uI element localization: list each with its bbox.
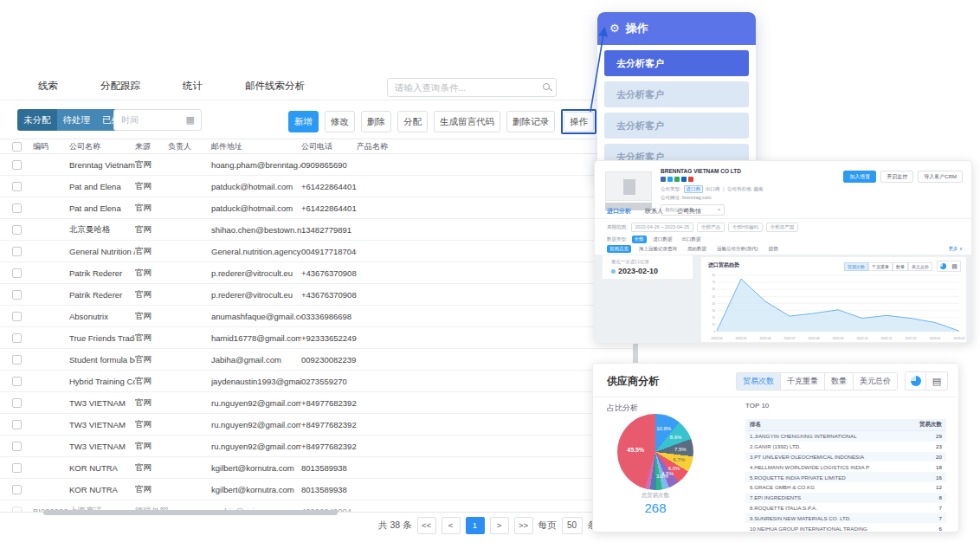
supplier-metric-chip[interactable]: 美元总价 — [854, 373, 897, 390]
top10-row[interactable]: 8.ROQUETTE ITALIA S.P.A. 7 — [745, 503, 946, 513]
filter-select[interactable]: 全部原产国 — [766, 223, 799, 232]
data-type-option[interactable]: 全部 — [632, 236, 647, 243]
table-row[interactable]: TW3 VIETNAM 官网 ru.nguyen92@gmail.com +84… — [0, 436, 638, 457]
top10-row[interactable]: 9.SUNRESIN NEW MATERIALS CO. LTD. 7 — [745, 513, 946, 523]
supplier-metric-chip[interactable]: 贸易次数 — [737, 373, 781, 390]
toolbar-button[interactable]: 修改 — [325, 111, 355, 132]
row-checkbox[interactable] — [12, 182, 22, 191]
pie-view-icon[interactable] — [906, 372, 926, 390]
social-icon[interactable] — [661, 177, 666, 182]
action-menu-item-analyze-customer[interactable]: 去分析客户 — [604, 50, 749, 76]
row-checkbox[interactable] — [12, 225, 22, 235]
top10-row[interactable]: 6.GRACE GMBH & CO.KG 12 — [745, 482, 946, 493]
table-row[interactable]: Hybrid Training Co 官网 jaydenaustin1993@g… — [0, 371, 638, 392]
action-button[interactable]: 操作 — [564, 112, 594, 132]
row-checkbox[interactable] — [12, 355, 22, 365]
table-row[interactable]: True Friends Traders 官网 hamid16778@gmail… — [0, 327, 638, 349]
toolbar-button[interactable]: 生成留言代码 — [434, 111, 500, 132]
supplier-metric-chip[interactable]: 数量 — [825, 373, 854, 390]
preview-subtab[interactable]: 运输公司分析(货代) — [714, 245, 761, 253]
row-checkbox[interactable] — [12, 420, 22, 429]
row-checkbox[interactable] — [12, 290, 22, 300]
leads-tab[interactable]: 邮件线索分析 — [245, 74, 305, 100]
table-row[interactable]: TW3 VIETNAM 官网 ru.nguyen92@gmail.com +84… — [0, 392, 638, 414]
social-icon[interactable] — [667, 177, 673, 182]
leads-tab[interactable]: 统计 — [183, 74, 203, 100]
status-filter-button[interactable]: 未分配 — [17, 109, 57, 131]
data-type-option[interactable]: 出口数据 — [680, 236, 704, 243]
row-checkbox[interactable] — [12, 247, 22, 256]
row-checkbox[interactable] — [12, 507, 22, 513]
pagination-prev-button[interactable]: < — [442, 517, 461, 534]
preview-card-tab[interactable]: 公司舆情 — [677, 207, 701, 219]
toolbar-button[interactable]: 删除记录 — [506, 111, 555, 132]
table-row[interactable]: TW3 VIETNAM 官网 ru.nguyen92@gmail.com +84… — [0, 414, 638, 436]
row-checkbox[interactable] — [12, 268, 22, 278]
more-link[interactable]: 更多 ∨ — [948, 246, 963, 252]
top10-row[interactable]: 4.HELLMANN WORLDWIDE LOGISTICS INDIA P 1… — [745, 461, 946, 472]
preview-card-tab[interactable]: 联系人 — [645, 207, 663, 219]
social-icon[interactable] — [674, 177, 680, 182]
table-row[interactable]: Pat and Elena 官网 patduck@hotmail.com +61… — [0, 176, 638, 197]
table-row[interactable]: General Nutrition Agency ... 官网 General.… — [0, 241, 638, 262]
table-row[interactable]: KOR NUTRA 官网 kgilbert@kornutra.com 80135… — [0, 457, 638, 479]
toolbar-button[interactable]: 新增 — [288, 111, 319, 132]
row-checkbox[interactable] — [12, 463, 22, 473]
table-row[interactable]: Brenntag Vietnam Co. LTD 官网 hoang.pham@b… — [0, 154, 638, 176]
top10-row[interactable]: 5.ROQUETTE INDIA PRIVATE LIMITED 16 — [745, 472, 946, 482]
filter-select[interactable]: 全部HS编码 — [728, 223, 763, 232]
preview-subtab[interactable]: 贸易总览 — [607, 245, 631, 253]
supplier-metric-chip[interactable]: 千克重量 — [781, 373, 825, 390]
preview-subtab[interactable]: 趋势 — [766, 245, 781, 253]
top10-row[interactable]: 3.PT UNILEVER OLEOCHEMICAL INDONESIA 20 — [745, 452, 946, 462]
row-checkbox[interactable] — [12, 442, 22, 451]
leads-tab[interactable]: 线索 — [38, 74, 58, 100]
toolbar-button[interactable]: 删除 — [361, 111, 391, 132]
toolbar-button[interactable]: 分配 — [397, 111, 428, 132]
table-row[interactable]: Student formula botanica 官网 Jabiha@gmail… — [0, 349, 638, 371]
row-checkbox[interactable] — [12, 485, 22, 494]
trend-metric-chip[interactable]: 贸易次数 — [844, 262, 868, 271]
leads-tab[interactable]: 分配跟踪 — [100, 74, 140, 100]
preview-subtab[interactable]: 原始数据 — [685, 245, 709, 253]
chart-view-icon[interactable] — [938, 261, 949, 271]
top10-row[interactable]: 10.NEIHUA GROUP INTERNATIONAL TRADING 6 — [745, 523, 946, 533]
row-checkbox[interactable] — [12, 333, 22, 343]
preview-subtab[interactable]: 海上运输记录查询 — [636, 245, 680, 253]
date-filter-input[interactable]: 时间 ▦ — [113, 109, 202, 131]
table-row[interactable]: Pat and Elena 官网 patduck@hotmail.com +61… — [0, 197, 638, 219]
trend-metric-chip[interactable]: 美元总价 — [908, 262, 932, 271]
per-page-input[interactable]: 50 — [562, 517, 583, 534]
filter-select[interactable]: 全部产品 — [697, 223, 725, 232]
preview-card-button[interactable]: 导入客户CRM — [918, 171, 963, 183]
social-icon[interactable] — [681, 177, 687, 182]
pagination-next-button[interactable]: > — [490, 517, 509, 534]
table-view-icon[interactable]: ▤ — [949, 261, 960, 271]
top10-row[interactable]: 7.EPI INGREDIENTS 8 — [745, 493, 946, 503]
table-row[interactable]: KOR NUTRA 官网 kgilbert@kornutra.com 80135… — [0, 479, 638, 500]
table-row[interactable]: 北京曼哈格 官网 shihao.chen@bestown.net.cn 1348… — [0, 219, 638, 241]
preview-card-tab[interactable]: 进口分析 — [607, 207, 631, 219]
row-checkbox[interactable] — [12, 312, 22, 321]
action-menu-item-analyze-customer[interactable]: 去分析客户 — [604, 113, 749, 139]
table-row[interactable]: Patrik Rederer 官网 p.rederer@vitrocult.eu… — [0, 262, 638, 284]
date-range-picker[interactable]: 2022-04-26 ~ 2023-04-25 — [631, 223, 694, 232]
preview-card-button[interactable]: 加入培育 — [843, 171, 876, 183]
row-checkbox[interactable] — [12, 398, 22, 408]
table-row[interactable]: Patrik Rederer 官网 p.rederer@vitrocult.eu… — [0, 284, 638, 306]
select-all-checkbox[interactable] — [12, 142, 22, 152]
pagination-first-button[interactable]: << — [417, 517, 436, 534]
trend-metric-chip[interactable]: 数量 — [893, 262, 908, 271]
social-icon[interactable] — [688, 177, 693, 182]
search-icon[interactable] — [543, 83, 550, 90]
list-view-icon[interactable]: ▤ — [926, 372, 947, 390]
action-menu-item-analyze-customer[interactable]: 去分析客户 — [604, 81, 749, 107]
pagination-last-button[interactable]: >> — [514, 517, 533, 534]
row-checkbox[interactable] — [12, 377, 22, 386]
trend-metric-chip[interactable]: 千克重量 — [868, 262, 893, 271]
table-row[interactable]: Absonutrix 官网 anumashfaque@gmail.com 033… — [0, 306, 638, 327]
pagination-page-1[interactable]: 1 — [466, 517, 485, 534]
data-type-option[interactable]: 进口数据 — [651, 236, 675, 243]
row-checkbox[interactable] — [12, 203, 22, 213]
search-input[interactable] — [388, 79, 535, 96]
